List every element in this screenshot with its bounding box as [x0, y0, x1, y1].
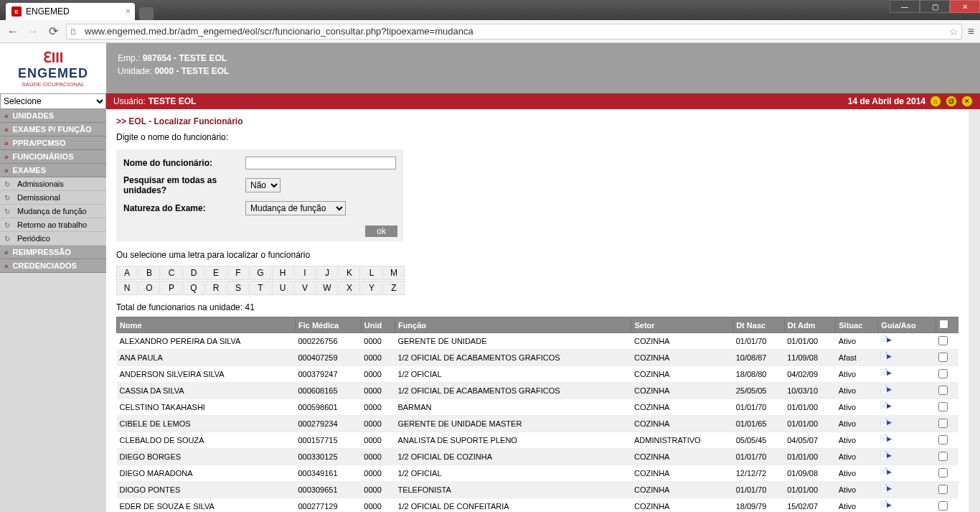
window-close-button[interactable]: ✕: [950, 0, 980, 13]
sidebar-item-admissionais[interactable]: Admissionais: [0, 177, 106, 191]
row-checkbox[interactable]: [938, 485, 948, 494]
sidebar-item-exames[interactable]: »EXAMES: [0, 164, 106, 177]
cell-nasc: 01/01/70: [733, 482, 785, 498]
nome-input[interactable]: [245, 157, 396, 169]
alpha-g[interactable]: G: [250, 266, 271, 280]
cell-fic: 000330125: [296, 449, 362, 465]
row-checkbox[interactable]: [938, 402, 948, 411]
sidebar-item-reimpress-o[interactable]: »REIMPRESSÃO: [0, 246, 106, 259]
sidebar-item-credenciados[interactable]: »CREDENCIADOS: [0, 259, 106, 273]
alpha-l[interactable]: L: [361, 266, 382, 280]
new-tab-button[interactable]: [139, 7, 154, 20]
guia-aso-icon[interactable]: [881, 335, 891, 345]
natureza-select[interactable]: Mudança de função: [245, 201, 346, 215]
guia-aso-icon[interactable]: [881, 368, 891, 378]
sidebar-item-ppra-pcmso[interactable]: »PPRA/PCMSO: [0, 136, 106, 150]
alpha-m[interactable]: M: [383, 266, 405, 280]
search-form: Nome do funcionário: Pesquisar em todas …: [116, 149, 403, 241]
alpha-q[interactable]: Q: [183, 281, 204, 295]
alpha-t[interactable]: T: [250, 281, 271, 295]
sidebar-item-unidades[interactable]: »UNIDADES: [0, 109, 106, 123]
page-icon: 🗋: [70, 27, 77, 36]
or-separator: Ou selecione uma letra para localizar o …: [116, 250, 958, 260]
alpha-w[interactable]: W: [316, 281, 338, 295]
sidebar-item-label: EXAMES: [13, 166, 46, 174]
browser-menu-icon[interactable]: ≡: [968, 25, 974, 38]
row-checkbox[interactable]: [938, 369, 948, 378]
alpha-d[interactable]: D: [183, 266, 204, 280]
row-checkbox[interactable]: [938, 452, 948, 461]
alpha-f[interactable]: F: [227, 266, 249, 280]
guia-aso-icon[interactable]: [881, 401, 891, 411]
close-icon[interactable]: ✕: [961, 96, 973, 107]
alpha-y[interactable]: Y: [361, 281, 382, 295]
window-maximize-button[interactable]: ▢: [920, 0, 950, 13]
sidebar-item-demissional[interactable]: Demissional: [0, 191, 106, 205]
guia-aso-icon[interactable]: [881, 484, 891, 494]
cell-adm: 01/01/00: [784, 449, 836, 465]
row-checkbox[interactable]: [938, 435, 948, 444]
guia-aso-icon[interactable]: [881, 418, 891, 428]
alpha-a[interactable]: A: [116, 266, 138, 280]
sidebar-item-label: Demissional: [17, 193, 60, 202]
alpha-c[interactable]: C: [161, 266, 182, 280]
forward-button[interactable]: →: [26, 24, 40, 39]
guia-aso-icon[interactable]: [881, 451, 891, 461]
guia-aso-icon[interactable]: [881, 385, 891, 395]
cell-guia: [878, 465, 936, 482]
home-icon[interactable]: ⌂: [930, 96, 941, 107]
alpha-s[interactable]: S: [227, 281, 249, 295]
alpha-n[interactable]: N: [116, 281, 138, 295]
selecione-dropdown[interactable]: Selecione: [0, 93, 106, 109]
alpha-z[interactable]: Z: [383, 281, 405, 295]
guia-aso-icon[interactable]: [881, 434, 891, 444]
guia-aso-icon[interactable]: [881, 467, 891, 478]
alpha-u[interactable]: U: [272, 281, 293, 295]
cell-setor: COZINHA: [631, 498, 733, 513]
sidebar-item-peri-dico[interactable]: Periódico: [0, 232, 106, 246]
row-checkbox[interactable]: [938, 468, 948, 478]
select-all-checkbox[interactable]: [939, 320, 948, 329]
reload-button[interactable]: ⟳: [46, 24, 60, 39]
alpha-r[interactable]: R: [205, 281, 227, 295]
row-checkbox[interactable]: [938, 336, 948, 345]
ok-button[interactable]: ok: [365, 225, 397, 237]
alpha-k[interactable]: K: [339, 266, 360, 280]
row-checkbox[interactable]: [938, 386, 948, 395]
alpha-x[interactable]: X: [339, 281, 360, 295]
alpha-h[interactable]: H: [272, 266, 293, 280]
tab-close-icon[interactable]: ×: [126, 6, 131, 17]
emp-label: Emp.:: [118, 53, 140, 63]
cell-fic: 000407259: [296, 350, 362, 366]
guia-aso-icon[interactable]: [881, 352, 891, 362]
sidebar-item-retorno-ao-trabalho[interactable]: Retorno ao trabalho: [0, 218, 106, 232]
row-checkbox[interactable]: [938, 419, 948, 428]
cell-unid: 0000: [361, 399, 395, 416]
browser-tab[interactable]: E ENGEMED ×: [6, 3, 135, 20]
row-checkbox[interactable]: [938, 353, 948, 362]
alpha-o[interactable]: O: [138, 281, 160, 295]
cell-sit: Ativo: [836, 432, 878, 449]
row-checkbox[interactable]: [938, 501, 948, 511]
alpha-p[interactable]: P: [161, 281, 182, 295]
guia-aso-icon[interactable]: [881, 501, 891, 511]
alpha-e[interactable]: E: [205, 266, 227, 280]
alpha-i[interactable]: I: [294, 266, 316, 280]
sidebar-item-funcion-rios[interactable]: »FUNCIONÁRIOS: [0, 150, 106, 164]
table-row: CASSIA DA SILVA00060816500001/2 OFICIAL …: [117, 383, 958, 399]
cell-fic: 000277129: [296, 498, 362, 513]
window-minimize-button[interactable]: —: [890, 0, 920, 13]
address-bar[interactable]: [80, 25, 949, 38]
back-button[interactable]: ←: [6, 24, 20, 39]
todas-select[interactable]: Não: [245, 178, 281, 192]
bookmark-icon[interactable]: ☆: [949, 26, 958, 37]
alpha-v[interactable]: V: [294, 281, 316, 295]
cell-nasc: 18/08/80: [733, 366, 785, 383]
at-icon[interactable]: @: [946, 96, 957, 107]
alpha-j[interactable]: J: [316, 266, 338, 280]
alpha-b[interactable]: B: [138, 266, 160, 280]
sidebar-item-label: REIMPRESSÃO: [13, 248, 71, 256]
sidebar-item-mudan-a-de-fun-o[interactable]: Mudança de função: [0, 205, 106, 218]
sidebar-item-exames-p-fun-o[interactable]: »EXAMES P/ FUNÇÃO: [0, 123, 106, 136]
vertical-scrollbar[interactable]: [969, 109, 980, 512]
